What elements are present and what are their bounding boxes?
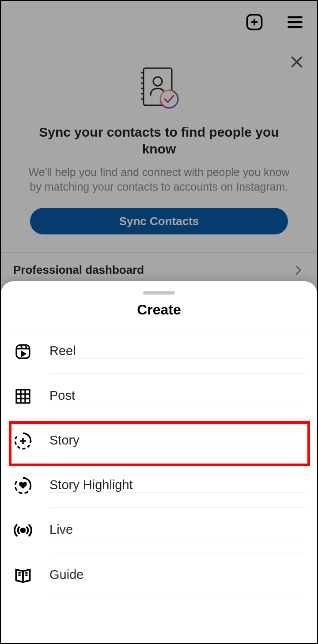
create-option-post[interactable]: Post xyxy=(13,374,305,418)
create-option-label: Post xyxy=(49,388,305,403)
create-option-label: Story xyxy=(49,433,305,448)
create-option-label: Reel xyxy=(49,344,305,359)
create-option-label: Story Highlight xyxy=(49,478,305,493)
svg-rect-17 xyxy=(16,345,30,358)
sheet-drag-handle[interactable] xyxy=(143,291,175,295)
story-heart-icon xyxy=(14,476,32,495)
svg-line-32 xyxy=(25,575,27,575)
create-option-reel[interactable]: Reel xyxy=(13,329,305,374)
svg-line-31 xyxy=(25,572,27,573)
create-options-list: Reel Post xyxy=(1,329,317,597)
grid-icon xyxy=(14,387,32,405)
guide-icon xyxy=(14,566,32,584)
svg-line-29 xyxy=(19,572,21,573)
create-option-live[interactable]: Live xyxy=(13,508,305,552)
svg-point-28 xyxy=(21,528,25,532)
create-option-story[interactable]: Story xyxy=(13,418,305,463)
create-option-guide[interactable]: Guide xyxy=(13,552,305,597)
create-bottom-sheet: Create Reel xyxy=(1,281,317,643)
create-option-label: Live xyxy=(49,522,305,537)
reel-icon xyxy=(14,343,32,360)
live-icon xyxy=(14,521,32,540)
story-plus-icon xyxy=(14,432,32,450)
create-option-label: Guide xyxy=(49,567,305,582)
create-option-story-highlight[interactable]: Story Highlight xyxy=(13,463,305,508)
svg-rect-21 xyxy=(16,390,30,403)
svg-line-30 xyxy=(19,575,21,575)
sheet-title: Create xyxy=(1,302,317,329)
